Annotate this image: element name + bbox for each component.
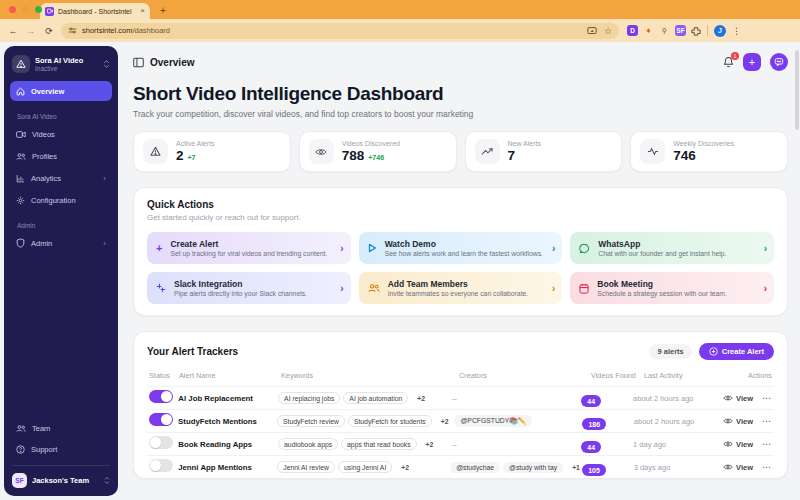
table-header: Status Alert Name Keywords Creators Vide…: [147, 360, 774, 386]
bookmark-star-icon[interactable]: ☆: [604, 26, 612, 36]
extensions-puzzle-icon[interactable]: [691, 26, 701, 36]
zoom-window-button[interactable]: [35, 6, 42, 13]
gear-icon: [16, 196, 25, 205]
notifications-button[interactable]: 1: [723, 56, 734, 68]
status-toggle[interactable]: [149, 459, 173, 472]
browser-toolbar: ← → ⟳ shortsintel.com/dashboard ☆ D ♦ ⚲ …: [0, 19, 800, 42]
sidebar-item-label: Profiles: [32, 152, 57, 161]
chevron-updown-icon: [103, 59, 110, 69]
workspace-alert-icon: [12, 55, 30, 73]
new-tab-button[interactable]: +: [160, 5, 166, 16]
sidebar-toggle-icon[interactable]: [133, 57, 144, 68]
sidebar-item-support[interactable]: Support: [10, 439, 112, 459]
user-avatar[interactable]: [770, 53, 788, 71]
activity-icon: [640, 139, 665, 164]
extension-icon-d[interactable]: D: [627, 25, 638, 36]
sidebar-section-label: Admin: [17, 222, 118, 229]
column-last-activity: Last Activity: [644, 371, 736, 380]
quick-action-title: Create Alert: [170, 239, 327, 249]
create-new-button[interactable]: +: [743, 53, 761, 71]
window-controls[interactable]: [9, 6, 42, 13]
quick-action-slack-integration[interactable]: Slack IntegrationPipe alerts directly in…: [147, 272, 351, 304]
chevron-right-icon: ›: [103, 239, 106, 248]
creator-chip: @studychae: [450, 462, 500, 473]
column-keywords: Keywords: [281, 371, 459, 380]
minimize-window-button[interactable]: [22, 6, 29, 13]
team-selector[interactable]: SF Jackson's Team: [12, 465, 110, 488]
plus-icon: +: [156, 242, 162, 254]
chevron-right-icon: ›: [552, 243, 555, 254]
column-videos-found: Videos Found: [591, 371, 644, 380]
view-button[interactable]: View: [723, 463, 753, 472]
browser-menu-icon[interactable]: ⋮: [732, 26, 741, 36]
bar-chart-icon: [16, 174, 25, 183]
table-row: Jenni App Mentions Jenni AI review using…: [147, 455, 774, 478]
row-menu-icon[interactable]: ⋯: [762, 462, 772, 472]
quick-action-add-team-members[interactable]: Add Team MembersInvite teammates so ever…: [359, 272, 563, 304]
sidebar-item-analytics[interactable]: Analytics ›: [10, 168, 112, 188]
sidebar-item-configuration[interactable]: Configuration: [10, 190, 112, 210]
keyword-chip: apps that read books: [341, 438, 416, 450]
view-button[interactable]: View: [723, 417, 753, 426]
address-bar[interactable]: shortsintel.com/dashboard ☆: [61, 23, 619, 39]
column-status: Status: [149, 371, 179, 380]
sidebar-item-overview[interactable]: Overview: [10, 81, 112, 101]
screencast-icon[interactable]: [587, 27, 597, 35]
row-menu-icon[interactable]: ⋯: [762, 416, 772, 426]
quick-action-whatsapp[interactable]: WhatsAppChat with our founder and get in…: [570, 232, 774, 264]
extension-icon-flame[interactable]: ♦: [643, 25, 654, 36]
extension-icon-sf[interactable]: SF: [675, 25, 686, 36]
forward-button[interactable]: →: [25, 26, 37, 36]
sidebar-item-videos[interactable]: Videos: [10, 124, 112, 144]
home-icon: [16, 87, 25, 96]
tab-close-icon[interactable]: ×: [140, 7, 145, 15]
shield-icon: [16, 238, 25, 248]
reload-button[interactable]: ⟳: [43, 26, 55, 36]
last-activity: about 2 hours ago: [633, 394, 723, 403]
sidebar-item-label: Team: [32, 424, 50, 433]
table-row: Book Reading Apps audiobook apps apps th…: [147, 432, 774, 455]
status-toggle[interactable]: [149, 390, 173, 403]
keyword-more-chip: +2: [420, 438, 440, 450]
sidebar-item-label: Overview: [31, 87, 64, 96]
scrollbar[interactable]: [795, 50, 799, 130]
status-toggle[interactable]: [149, 436, 173, 449]
browser-tab[interactable]: Dashboard - Shortsintel ×: [40, 3, 150, 19]
keyword-chip: AI replacing jobs: [278, 392, 340, 404]
create-alert-button[interactable]: Create Alert: [699, 343, 774, 360]
users-icon: [368, 283, 380, 293]
column-alert-name: Alert Name: [179, 371, 281, 380]
view-button[interactable]: View: [723, 440, 753, 449]
sidebar-item-team[interactable]: Team: [10, 418, 112, 438]
row-menu-icon[interactable]: ⋯: [762, 393, 772, 403]
view-button[interactable]: View: [723, 394, 753, 403]
videos-found-badge: 186: [582, 418, 606, 430]
stat-label: New Alerts: [508, 140, 541, 147]
stat-delta: +746: [368, 154, 384, 161]
site-settings-icon[interactable]: [68, 26, 77, 35]
row-menu-icon[interactable]: ⋯: [762, 439, 772, 449]
quick-action-book-meeting[interactable]: Book MeetingSchedule a strategy session …: [570, 272, 774, 304]
sidebar-item-admin[interactable]: Admin ›: [10, 233, 112, 253]
chat-bubble-icon: [774, 57, 784, 67]
status-toggle[interactable]: [149, 413, 173, 426]
quick-action-title: Add Team Members: [388, 279, 529, 289]
quick-action-create-alert[interactable]: + Create AlertSet up tracking for viral …: [147, 232, 351, 264]
quick-action-watch-demo[interactable]: Watch DemoSee how alerts work and learn …: [359, 232, 563, 264]
stat-value: 788: [342, 148, 365, 163]
eye-icon: [723, 394, 733, 402]
chevron-right-icon: ›: [764, 283, 767, 294]
extension-icon-wand[interactable]: ⚲: [659, 25, 670, 36]
browser-profile-avatar[interactable]: J: [714, 25, 726, 37]
eye-icon: [723, 440, 733, 448]
workspace-selector[interactable]: Sora AI Video Inactive: [4, 46, 118, 80]
back-button[interactable]: ←: [7, 26, 19, 36]
close-window-button[interactable]: [9, 6, 16, 13]
alerts-count-badge: 9 alerts: [649, 344, 691, 359]
stat-value: 7: [508, 148, 516, 163]
notification-badge: 1: [731, 52, 739, 60]
stat-card-weekly-discoveries: Weekly Discoveries 746: [630, 131, 788, 172]
calendar-icon: [579, 283, 589, 294]
page-header: Overview 1 +: [133, 50, 788, 74]
sidebar-item-profiles[interactable]: Profiles: [10, 146, 112, 166]
